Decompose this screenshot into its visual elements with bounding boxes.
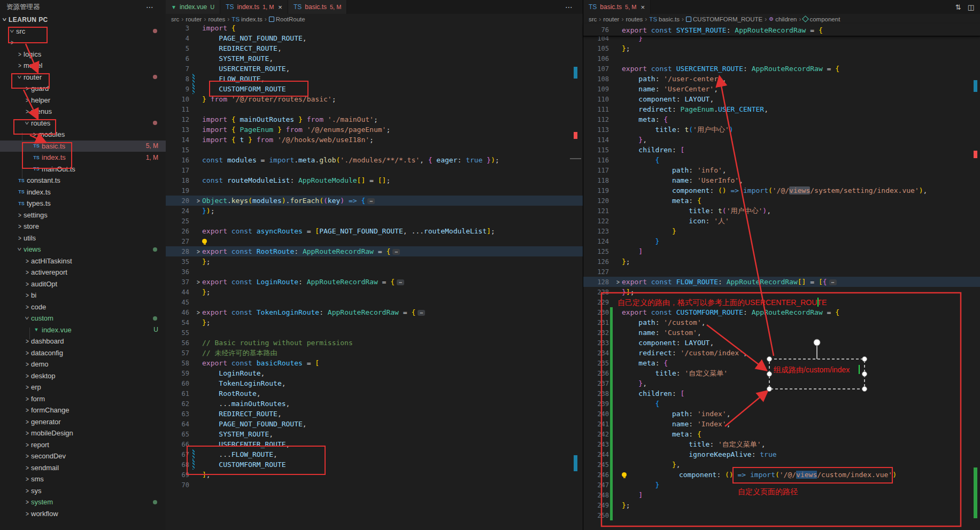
tree-item-desktop[interactable]: >desktop — [0, 370, 166, 382]
tab-overflow-icon[interactable]: ⋯ — [555, 3, 583, 11]
tree-item-logics[interactable]: >logics — [0, 49, 166, 60]
code-line-237[interactable]: 237 }, — [583, 378, 980, 388]
tree-item-secondDev[interactable]: >secondDev — [0, 450, 166, 462]
breadcrumb-item-router[interactable]: router — [603, 16, 619, 22]
fold-chevron-icon[interactable]: > — [195, 309, 202, 316]
tree-item-settings[interactable]: >settings — [0, 209, 166, 221]
tree-item-types.ts[interactable]: TStypes.ts — [0, 198, 166, 209]
tree-item-formChange[interactable]: >formChange — [0, 404, 166, 416]
code-line-117[interactable]: 117 path: 'info', — [583, 165, 980, 175]
code-line-120[interactable]: 120 meta: { — [583, 196, 980, 206]
close-icon[interactable]: × — [278, 3, 282, 11]
split-editor-icon[interactable]: ◫ — [968, 3, 974, 11]
code-line-20[interactable]: 20>Object.keys(modules).forEach((key) =>… — [166, 196, 583, 206]
tree-item-modules[interactable]: >modules — [0, 129, 166, 141]
code-line-109[interactable]: 109 name: 'UserCenter', — [583, 84, 980, 94]
code-line-58[interactable]: 58export const basicRoutes = [ — [166, 358, 583, 368]
tree-item-model[interactable]: >model — [0, 60, 166, 72]
code-line-124[interactable]: 124 } — [583, 236, 980, 246]
code-line-55[interactable]: 55 — [166, 328, 583, 338]
breadcrumb-item-component[interactable]: component — [803, 16, 840, 22]
tree-item-menus[interactable]: >menus — [0, 106, 166, 118]
code-line-17[interactable]: 17 — [166, 165, 583, 175]
code-line-233[interactable]: 233 component: LAYOUT, — [583, 338, 980, 348]
tree-item-sendmail[interactable]: >sendmail — [0, 462, 166, 474]
code-editor-right[interactable]: 104 }105};106107export const USERCENTER_… — [583, 33, 980, 530]
code-line-13[interactable]: 13import { PageEnum } from '/@/enums/pag… — [166, 124, 583, 135]
code-line-61[interactable]: 61 RootRoute, — [166, 388, 583, 399]
fold-chevron-icon[interactable]: > — [614, 278, 622, 285]
code-line-122[interactable]: 122 icon: '人' — [583, 216, 980, 226]
code-line-115[interactable]: 115 children: [ — [583, 145, 980, 155]
code-line-64[interactable]: 64 PAGE_NOT_FOUND_ROUTE, — [166, 419, 583, 429]
fold-chevron-icon[interactable]: > — [195, 278, 202, 285]
tree-item-code[interactable]: >code — [0, 301, 166, 313]
code-line-68[interactable]: 68 CUSTOMFORM_ROUTE — [166, 459, 583, 470]
code-line-108[interactable]: 108 path: '/user-center', — [583, 74, 980, 84]
tree-item-LEARUN PC[interactable]: >LEARUN PC — [0, 14, 166, 26]
lightbulb-icon[interactable] — [202, 239, 207, 244]
code-line-240[interactable]: 240 path: 'index', — [583, 409, 980, 419]
tree-item-mobileDesign[interactable]: >mobileDesign — [0, 427, 166, 439]
code-line-26[interactable]: 26export const asyncRoutes = [PAGE_NOT_F… — [166, 226, 583, 236]
tab-basic.ts[interactable]: TSbasic.ts5, M — [288, 0, 347, 14]
tree-item-system[interactable]: >system — [0, 496, 166, 508]
code-line-70[interactable]: 70 — [166, 480, 583, 490]
tree-item-src[interactable]: >src — [0, 26, 166, 37]
tree-item-generator[interactable]: >generator — [0, 416, 166, 428]
code-line-59[interactable]: 59 LoginRoute, — [166, 368, 583, 378]
sticky-scroll-line[interactable]: 76export const SYSTEM_ROUTE: AppRouteRec… — [583, 24, 980, 36]
code-line-128[interactable]: 128>export const FLOW_ROUTE: AppRouteRec… — [583, 277, 980, 287]
code-line-3[interactable]: 3import { — [166, 23, 583, 33]
code-line-105[interactable]: 105}; — [583, 43, 980, 53]
code-line-112[interactable]: 112 meta: { — [583, 114, 980, 124]
code-line-113[interactable]: 113 title: t('用户中心') — [583, 124, 980, 135]
code-line-241[interactable]: 241 name: 'Index', — [583, 419, 980, 429]
tree-item-demo[interactable]: >demo — [0, 358, 166, 370]
tree-item-dataconfig[interactable]: >dataconfig — [0, 347, 166, 359]
code-line-244[interactable]: 244 ignoreKeepAlive: true — [583, 449, 980, 459]
breadcrumb-item-CUSTOMFORM_ROUTE[interactable]: CUSTOMFORM_ROUTE — [686, 16, 762, 22]
code-line-19[interactable]: 19 — [166, 185, 583, 196]
code-line-118[interactable]: 118 name: 'UserInfo', — [583, 175, 980, 185]
tree-item-index.ts[interactable]: TSindex.ts1, M — [0, 152, 166, 163]
code-line-228[interactable]: 228}]; — [583, 287, 980, 297]
breadcrumb-item-src[interactable]: src — [589, 16, 597, 22]
breadcrumb-item-RootRoute[interactable]: RootRoute — [269, 16, 305, 22]
code-line-242[interactable]: 242 meta: { — [583, 429, 980, 439]
tree-item-views[interactable]: >views — [0, 244, 166, 255]
code-line-27[interactable]: 27 — [166, 236, 583, 246]
code-line-57[interactable]: 57// 未经许可的基本路由 — [166, 348, 583, 358]
tree-item-sms[interactable]: >sms — [0, 473, 166, 485]
breadcrumb-item-children[interactable]: ⚙children — [769, 16, 797, 22]
code-line-18[interactable]: 18const routeModuleList: AppRouteModule[… — [166, 175, 583, 185]
code-line-126[interactable]: 126}; — [583, 256, 980, 267]
tree-item-bi[interactable]: >bi — [0, 290, 166, 301]
code-line-60[interactable]: 60 TokenLoginRoute, — [166, 378, 583, 388]
code-line-5[interactable]: 5 REDIRECT_ROUTE, — [166, 43, 583, 53]
code-line-238[interactable]: 238 children: [ — [583, 388, 980, 399]
code-line-114[interactable]: 114 }, — [583, 135, 980, 145]
code-line-4[interactable]: 4 PAGE_NOT_FOUND_ROUTE, — [166, 33, 583, 43]
code-line-24[interactable]: 24}); — [166, 206, 583, 216]
code-line-239[interactable]: 239 { — [583, 399, 980, 409]
tree-item-index.vue[interactable]: ▼index.vueU — [0, 324, 166, 336]
code-line-116[interactable]: 116 { — [583, 155, 980, 165]
code-line-247[interactable]: 247 } — [583, 480, 980, 490]
code-line-63[interactable]: 63 REDIRECT_ROUTE, — [166, 409, 583, 419]
tree-item-workflow[interactable]: >workflow — [0, 508, 166, 520]
code-editor-left[interactable]: 3import {4 PAGE_NOT_FOUND_ROUTE,5 REDIRE… — [166, 23, 583, 530]
code-line-125[interactable]: 125 ] — [583, 246, 980, 256]
code-line-46[interactable]: 46>export const TokenLoginRoute: AppRout… — [166, 307, 583, 317]
code-line-44[interactable]: 44}; — [166, 287, 583, 297]
code-line-7[interactable]: 7 USERCENTER_ROUTE, — [166, 64, 583, 74]
tree-item-dashboard[interactable]: >dashboard — [0, 336, 166, 347]
code-line-16[interactable]: 16const modules = import.meta.glob('./mo… — [166, 155, 583, 165]
tree-item-constant.ts[interactable]: TSconstant.ts — [0, 175, 166, 186]
tree-item-erp[interactable]: >erp — [0, 381, 166, 393]
code-line-119[interactable]: 119 component: () => import('/@/views/sy… — [583, 185, 980, 196]
breadcrumb-item-routes[interactable]: routes — [208, 16, 225, 22]
code-line-67[interactable]: 67 ...FLOW_ROUTE, — [166, 449, 583, 459]
tree-item-hidden[interactable]: > — [0, 37, 166, 49]
explorer-more-icon[interactable]: ⋯ — [146, 3, 159, 11]
